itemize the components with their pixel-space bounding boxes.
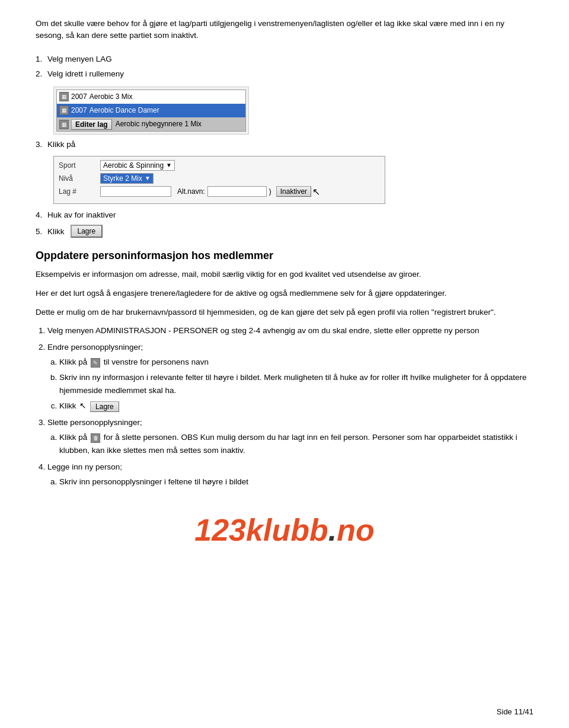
sub-item-2b: Skriv inn ny informasjon i relevante fel… bbox=[59, 371, 533, 397]
form-screenshot: Sport Aerobic & Spinning ▼ Nivå Styrke 2… bbox=[53, 156, 385, 204]
logo-no: no bbox=[337, 513, 375, 547]
step4-row: 4. Huk av for inaktiver bbox=[36, 209, 533, 222]
alt-navn-input[interactable] bbox=[207, 186, 267, 197]
cursor-icon-2c: ↖ bbox=[79, 399, 87, 412]
close-paren: ) bbox=[269, 187, 271, 196]
main-list-item-3: Slette personopplysninger; Klikk på 🗑 fo… bbox=[47, 416, 533, 457]
item-icon-1: ▦ bbox=[59, 92, 69, 101]
sub-3a-prefix: Klikk på bbox=[59, 433, 87, 442]
item-name-1: Aerobic 3 Mix bbox=[89, 91, 133, 103]
step2-num: 2. bbox=[36, 68, 47, 81]
dropdown-item-1[interactable]: ▦ 2007 Aerobic 3 Mix bbox=[57, 90, 245, 104]
niva-arrow-icon: ▼ bbox=[145, 175, 151, 181]
logo-klubb: klubb bbox=[246, 513, 328, 547]
alt-navn-label: Alt.navn: bbox=[177, 187, 205, 196]
main-list-item-1: Velg menyen ADMINISTRASJON - PERSONER og… bbox=[47, 324, 533, 337]
sub-3a-suffix: for å slette personen. OBS Kun mulig der… bbox=[59, 433, 517, 455]
niva-label: Nivå bbox=[59, 174, 100, 183]
sub-list-4: Skriv inn personopplysninger i feltene t… bbox=[59, 475, 533, 488]
step4-num: 4. bbox=[36, 209, 47, 222]
step3-row: 3. Klikk på bbox=[36, 138, 533, 151]
dropdown-item-3[interactable]: ▦ Editer lag Aerobic nybegynnere 1 Mix bbox=[57, 117, 245, 131]
step2-row: 2. Velg idrett i rullemeny bbox=[36, 68, 533, 81]
edit-person-icon: ✎ bbox=[91, 358, 100, 368]
main-steps-list: Velg menyen ADMINISTRASJON - PERSONER og… bbox=[47, 324, 533, 488]
section-heading: Oppdatere personinformasjon hos medlemme… bbox=[36, 250, 533, 262]
sub-item-3a: Klikk på 🗑 for å slette personen. OBS Ku… bbox=[59, 431, 533, 456]
main-list-item-4: Legge inn ny person; Skriv inn personopp… bbox=[47, 461, 533, 488]
lag-input[interactable] bbox=[100, 186, 171, 197]
step4-text: Huk av for inaktiver bbox=[47, 209, 116, 222]
page-number: Side 11/41 bbox=[497, 707, 533, 716]
sport-select[interactable]: Aerobic & Spinning ▼ bbox=[100, 160, 175, 171]
sub-item-4a: Skriv inn personopplysninger i feltene t… bbox=[59, 475, 533, 488]
dropdown-item-2[interactable]: ▦ 2007 Aerobic Dance Damer bbox=[57, 104, 245, 117]
body-text-1: Eksempelvis er informasjon om adresse, m… bbox=[36, 268, 533, 281]
sub-item-2c: Klikk ↖ Lagre bbox=[59, 399, 533, 413]
lagre-button-2c[interactable]: Lagre bbox=[90, 401, 119, 412]
dropdown-menu: ▦ 2007 Aerobic 3 Mix ▦ 2007 Aerobic Danc… bbox=[56, 90, 246, 132]
main-item-2-text: Endre personopplysninger; bbox=[47, 343, 143, 352]
step1-row: 1. Velg menyen LAG bbox=[36, 53, 533, 66]
sub-list-2: Klikk på ✎ til venstre for personens nav… bbox=[59, 356, 533, 412]
edit-lag-button[interactable]: Editer lag bbox=[71, 119, 112, 130]
sub-list-3: Klikk på 🗑 for å slette personen. OBS Ku… bbox=[59, 431, 533, 456]
lag-label: Lag # bbox=[59, 187, 100, 196]
step3-text: Klikk på bbox=[47, 138, 75, 151]
item-icon-2: ▦ bbox=[59, 106, 69, 115]
sub-4a-text: Skriv inn personopplysninger i feltene t… bbox=[59, 477, 248, 486]
item-icon-3: ▦ bbox=[59, 120, 69, 129]
step1-text: Velg menyen LAG bbox=[47, 53, 112, 66]
main-item-3-text: Slette personopplysninger; bbox=[47, 418, 142, 427]
lagre-button-step5[interactable]: Lagre bbox=[71, 225, 103, 238]
step2-text: Velg idrett i rullemeny bbox=[47, 68, 124, 81]
item-name-2: Aerobic Dance Damer bbox=[89, 105, 159, 116]
sub-2b-text: Skriv inn ny informasjon i relevante fel… bbox=[59, 373, 527, 395]
sub-2c-prefix: Klikk bbox=[59, 401, 76, 410]
step3-num: 3. bbox=[36, 138, 47, 151]
step1-num: 1. bbox=[36, 53, 47, 66]
page-footer: Side 11/41 bbox=[497, 707, 533, 716]
main-list-item-2: Endre personopplysninger; Klikk på ✎ til… bbox=[47, 341, 533, 413]
inaktiver-button[interactable]: Inaktiver bbox=[276, 186, 311, 197]
sub-item-2a: Klikk på ✎ til venstre for personens nav… bbox=[59, 356, 533, 369]
item-year-2: 2007 bbox=[71, 105, 87, 116]
delete-person-icon: 🗑 bbox=[91, 433, 100, 443]
logo: 123klubb.no bbox=[36, 512, 533, 548]
logo-container: 123klubb.no bbox=[36, 512, 533, 548]
form-niva-row: Nivå Styrke 2 Mix ▼ bbox=[59, 173, 380, 184]
sub-2a-suffix: til venstre for personens navn bbox=[104, 357, 209, 366]
step5-num: 5. bbox=[36, 225, 47, 238]
sport-label: Sport bbox=[59, 161, 100, 170]
cursor-icon: ↖ bbox=[312, 186, 320, 197]
main-item-4-text: Legge inn ny person; bbox=[47, 462, 122, 471]
body-text-2: Her er det lurt også å engasjere trenere… bbox=[36, 287, 533, 300]
niva-select[interactable]: Styrke 2 Mix ▼ bbox=[100, 173, 154, 184]
sub-2a-prefix: Klikk på bbox=[59, 357, 87, 366]
intro-paragraph: Om det skulle være behov for å gjøre et … bbox=[36, 18, 533, 42]
main-item-1-text: Velg menyen ADMINISTRASJON - PERSONER og… bbox=[47, 326, 480, 335]
body-text-3: Dette er mulig om de har brukernavn/pass… bbox=[36, 306, 533, 319]
step5-text: Klikk bbox=[47, 225, 65, 238]
sport-value: Aerobic & Spinning bbox=[103, 161, 164, 170]
logo-dot: . bbox=[328, 513, 337, 547]
item-year-1: 2007 bbox=[71, 91, 87, 103]
form-sport-row: Sport Aerobic & Spinning ▼ bbox=[59, 160, 380, 171]
item-name-3: Aerobic nybegynnere 1 Mix bbox=[116, 119, 202, 130]
dropdown-screenshot: ▦ 2007 Aerobic 3 Mix ▦ 2007 Aerobic Danc… bbox=[53, 87, 249, 135]
step5-row: 5. Klikk Lagre bbox=[36, 225, 533, 238]
logo-123: 123 bbox=[194, 513, 246, 547]
niva-value: Styrke 2 Mix bbox=[103, 174, 142, 183]
form-lag-row: Lag # Alt.navn: ) Inaktiver ↖ bbox=[59, 186, 380, 197]
sport-arrow-icon: ▼ bbox=[166, 162, 172, 168]
